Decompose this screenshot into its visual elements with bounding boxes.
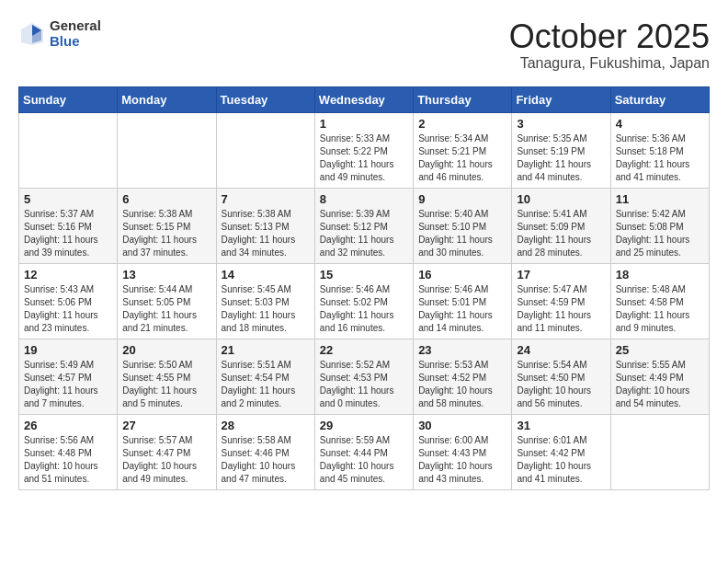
calendar-cell: 4Sunrise: 5:36 AM Sunset: 5:18 PM Daylig…	[610, 112, 709, 188]
calendar-body: 1Sunrise: 5:33 AM Sunset: 5:22 PM Daylig…	[19, 112, 710, 489]
calendar-cell: 18Sunrise: 5:48 AM Sunset: 4:58 PM Dayli…	[610, 263, 709, 339]
calendar-cell: 11Sunrise: 5:42 AM Sunset: 5:08 PM Dayli…	[610, 188, 709, 263]
day-info: Sunrise: 5:53 AM Sunset: 4:52 PM Dayligh…	[418, 359, 506, 410]
day-info: Sunrise: 5:59 AM Sunset: 4:44 PM Dayligh…	[320, 434, 408, 486]
day-number: 1	[320, 117, 408, 131]
weekday-header-row: SundayMondayTuesdayWednesdayThursdayFrid…	[19, 86, 710, 112]
day-info: Sunrise: 5:55 AM Sunset: 4:49 PM Dayligh…	[616, 359, 704, 410]
day-number: 22	[320, 343, 408, 357]
day-number: 21	[222, 343, 310, 357]
weekday-header: Saturday	[610, 86, 709, 112]
logo-icon	[18, 20, 46, 48]
day-number: 2	[418, 117, 506, 131]
day-number: 31	[517, 419, 605, 432]
calendar-cell: 26Sunrise: 5:56 AM Sunset: 4:48 PM Dayli…	[19, 414, 118, 489]
day-info: Sunrise: 5:47 AM Sunset: 4:59 PM Dayligh…	[517, 283, 605, 335]
calendar-cell: 8Sunrise: 5:39 AM Sunset: 5:12 PM Daylig…	[314, 188, 413, 263]
calendar-cell: 24Sunrise: 5:54 AM Sunset: 4:50 PM Dayli…	[512, 339, 610, 414]
calendar-cell: 25Sunrise: 5:55 AM Sunset: 4:49 PM Dayli…	[610, 339, 709, 414]
weekday-header: Monday	[118, 86, 216, 112]
day-info: Sunrise: 5:39 AM Sunset: 5:12 PM Dayligh…	[320, 208, 408, 259]
day-number: 5	[24, 192, 112, 206]
day-info: Sunrise: 5:38 AM Sunset: 5:15 PM Dayligh…	[122, 208, 210, 259]
day-number: 30	[418, 419, 506, 432]
weekday-header: Thursday	[414, 86, 512, 112]
calendar-week-row: 12Sunrise: 5:43 AM Sunset: 5:06 PM Dayli…	[19, 263, 710, 339]
calendar-cell: 19Sunrise: 5:49 AM Sunset: 4:57 PM Dayli…	[19, 339, 118, 414]
calendar-cell: 23Sunrise: 5:53 AM Sunset: 4:52 PM Dayli…	[414, 339, 512, 414]
day-number: 3	[517, 117, 605, 131]
calendar-cell: 20Sunrise: 5:50 AM Sunset: 4:55 PM Dayli…	[118, 339, 216, 414]
calendar-week-row: 1Sunrise: 5:33 AM Sunset: 5:22 PM Daylig…	[19, 112, 710, 188]
day-info: Sunrise: 5:42 AM Sunset: 5:08 PM Dayligh…	[616, 208, 704, 259]
day-info: Sunrise: 6:00 AM Sunset: 4:43 PM Dayligh…	[418, 434, 506, 486]
calendar-cell	[216, 112, 314, 188]
day-info: Sunrise: 5:57 AM Sunset: 4:47 PM Dayligh…	[122, 434, 210, 486]
calendar-cell: 27Sunrise: 5:57 AM Sunset: 4:47 PM Dayli…	[118, 414, 216, 489]
day-number: 15	[320, 268, 408, 282]
weekday-header: Tuesday	[216, 86, 314, 112]
day-number: 4	[616, 117, 704, 131]
calendar-cell: 10Sunrise: 5:41 AM Sunset: 5:09 PM Dayli…	[512, 188, 610, 263]
location: Tanagura, Fukushima, Japan	[509, 55, 710, 72]
logo-general: General	[50, 18, 101, 34]
day-info: Sunrise: 5:33 AM Sunset: 5:22 PM Dayligh…	[320, 132, 408, 184]
day-info: Sunrise: 5:46 AM Sunset: 5:02 PM Dayligh…	[320, 283, 408, 335]
weekday-header: Wednesday	[314, 86, 413, 112]
calendar-cell: 14Sunrise: 5:45 AM Sunset: 5:03 PM Dayli…	[216, 263, 314, 339]
day-info: Sunrise: 5:54 AM Sunset: 4:50 PM Dayligh…	[517, 359, 605, 410]
day-number: 24	[517, 343, 605, 357]
calendar-cell	[19, 112, 118, 188]
day-info: Sunrise: 5:37 AM Sunset: 5:16 PM Dayligh…	[24, 208, 112, 259]
day-number: 16	[418, 268, 506, 282]
day-number: 26	[24, 419, 112, 432]
logo: General Blue	[18, 18, 101, 49]
calendar-cell: 13Sunrise: 5:44 AM Sunset: 5:05 PM Dayli…	[118, 263, 216, 339]
calendar-cell: 15Sunrise: 5:46 AM Sunset: 5:02 PM Dayli…	[314, 263, 413, 339]
calendar-cell: 12Sunrise: 5:43 AM Sunset: 5:06 PM Dayli…	[19, 263, 118, 339]
day-info: Sunrise: 5:50 AM Sunset: 4:55 PM Dayligh…	[122, 359, 210, 410]
day-number: 10	[517, 192, 605, 206]
day-info: Sunrise: 5:58 AM Sunset: 4:46 PM Dayligh…	[222, 434, 310, 486]
calendar-cell: 21Sunrise: 5:51 AM Sunset: 4:54 PM Dayli…	[216, 339, 314, 414]
weekday-header: Friday	[512, 86, 610, 112]
day-number: 11	[616, 192, 704, 206]
calendar-cell: 17Sunrise: 5:47 AM Sunset: 4:59 PM Dayli…	[512, 263, 610, 339]
weekday-header: Sunday	[19, 86, 118, 112]
day-info: Sunrise: 5:35 AM Sunset: 5:19 PM Dayligh…	[517, 132, 605, 184]
day-number: 23	[418, 343, 506, 357]
day-number: 20	[122, 343, 210, 357]
calendar-cell: 22Sunrise: 5:52 AM Sunset: 4:53 PM Dayli…	[314, 339, 413, 414]
calendar-cell: 9Sunrise: 5:40 AM Sunset: 5:10 PM Daylig…	[414, 188, 512, 263]
calendar-cell: 31Sunrise: 6:01 AM Sunset: 4:42 PM Dayli…	[512, 414, 610, 489]
page-header: General Blue October 2025 Tanagura, Fuku…	[18, 18, 710, 72]
calendar-cell: 3Sunrise: 5:35 AM Sunset: 5:19 PM Daylig…	[512, 112, 610, 188]
calendar-cell	[610, 414, 709, 489]
day-info: Sunrise: 5:49 AM Sunset: 4:57 PM Dayligh…	[24, 359, 112, 410]
day-info: Sunrise: 5:48 AM Sunset: 4:58 PM Dayligh…	[616, 283, 704, 335]
day-info: Sunrise: 5:38 AM Sunset: 5:13 PM Dayligh…	[222, 208, 310, 259]
day-info: Sunrise: 5:36 AM Sunset: 5:18 PM Dayligh…	[616, 132, 704, 184]
day-number: 6	[122, 192, 210, 206]
calendar-week-row: 26Sunrise: 5:56 AM Sunset: 4:48 PM Dayli…	[19, 414, 710, 489]
day-info: Sunrise: 5:41 AM Sunset: 5:09 PM Dayligh…	[517, 208, 605, 259]
day-number: 29	[320, 419, 408, 432]
day-number: 27	[122, 419, 210, 432]
day-info: Sunrise: 5:51 AM Sunset: 4:54 PM Dayligh…	[222, 359, 310, 410]
month-title: October 2025	[509, 18, 710, 55]
day-number: 28	[222, 419, 310, 432]
calendar-cell: 6Sunrise: 5:38 AM Sunset: 5:15 PM Daylig…	[118, 188, 216, 263]
day-number: 12	[24, 268, 112, 282]
title-section: October 2025 Tanagura, Fukushima, Japan	[509, 18, 710, 72]
calendar-week-row: 5Sunrise: 5:37 AM Sunset: 5:16 PM Daylig…	[19, 188, 710, 263]
calendar-cell	[118, 112, 216, 188]
calendar-cell: 7Sunrise: 5:38 AM Sunset: 5:13 PM Daylig…	[216, 188, 314, 263]
day-info: Sunrise: 5:44 AM Sunset: 5:05 PM Dayligh…	[122, 283, 210, 335]
day-info: Sunrise: 5:43 AM Sunset: 5:06 PM Dayligh…	[24, 283, 112, 335]
day-number: 25	[616, 343, 704, 357]
logo-blue: Blue	[50, 34, 101, 50]
day-number: 19	[24, 343, 112, 357]
day-number: 8	[320, 192, 408, 206]
calendar-header: SundayMondayTuesdayWednesdayThursdayFrid…	[19, 86, 710, 112]
calendar-cell: 29Sunrise: 5:59 AM Sunset: 4:44 PM Dayli…	[314, 414, 413, 489]
